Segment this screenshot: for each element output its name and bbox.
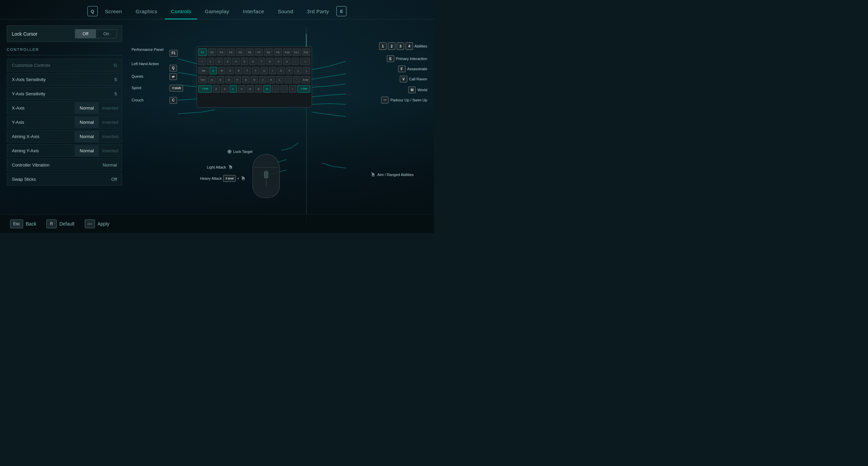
aiming-x-axis-row: Aiming X-Axis Normal Inverted [7, 130, 122, 143]
mouse-divider [254, 167, 278, 168]
c-badge: C [170, 97, 177, 104]
tab-sound[interactable]: Sound [272, 6, 299, 16]
lock-cursor-toggle[interactable]: Off On [75, 29, 117, 38]
light-attack-label: Light Attack 🖱 [207, 164, 233, 170]
controller-vibration-label: Controller Vibration [12, 162, 103, 168]
default-action[interactable]: R Default [46, 219, 74, 228]
mouse-scroll-icon: ⊕ [227, 148, 232, 155]
x-axis-inverted[interactable]: Inverted [98, 102, 122, 114]
main-content: Lock Cursor Off On CONTROLLER Customize … [0, 19, 434, 232]
default-label: Default [59, 221, 74, 227]
f-badge: F [398, 65, 406, 72]
y-axis-normal[interactable]: Normal [75, 117, 98, 128]
swap-sticks-row: Swap Sticks Off [7, 173, 122, 186]
y-axis-sensitivity-value: 5 [115, 91, 117, 96]
heavy-attack-label: Heavy Attack ⇧Shift + 🖱 [200, 175, 246, 182]
x-axis-options: Normal Inverted [75, 102, 122, 114]
aiming-y-normal[interactable]: Normal [75, 145, 98, 156]
aiming-x-normal[interactable]: Normal [75, 131, 98, 142]
lock-cursor-off[interactable]: Off [75, 30, 96, 38]
bottom-bar: Esc Back R Default — Apply [0, 214, 434, 233]
quests-label: Quests [132, 74, 143, 78]
lock-cursor-label: Lock Cursor [12, 31, 75, 37]
default-key: R [46, 219, 57, 228]
num-1-badge: 1 [379, 42, 387, 50]
mouse-visual [251, 154, 281, 201]
tab-screen[interactable]: Screen [99, 6, 129, 16]
aiming-y-axis-options: Normal Inverted [75, 145, 122, 156]
primary-interaction-label: E Primary Interaction [387, 55, 427, 62]
y-axis-inverted[interactable]: Inverted [98, 117, 122, 128]
abilities-text: Abilities [414, 44, 427, 48]
back-key: Esc [10, 219, 23, 228]
back-action[interactable]: Esc Back [10, 219, 36, 228]
keyboard-visual: F1 F2 F3 F4 F5 F6 F7 F8 F9 F10 F11 F12 [197, 46, 312, 108]
swap-sticks-label: Swap Sticks [12, 177, 111, 182]
sprint-label: Sprint [132, 86, 141, 90]
lock-target-label: ⊕ Lock Target [227, 148, 253, 155]
controller-divider [7, 55, 122, 55]
num-3-badge: 3 [397, 42, 404, 50]
tab-controls[interactable]: Controls [165, 6, 197, 16]
aim-ranged-label: 🖱 Aim / Ranged Abilities [370, 171, 414, 178]
aiming-y-inverted[interactable]: Inverted [98, 145, 122, 156]
customize-controls-label: Customize Controls [12, 63, 114, 68]
aiming-x-axis-label: Aiming X-Axis [7, 131, 75, 142]
lock-cursor-row: Lock Cursor Off On [7, 25, 122, 42]
copy-icon: ⧉ [114, 62, 117, 68]
lock-cursor-on[interactable]: On [96, 30, 117, 38]
back-label: Back [26, 221, 36, 227]
e-badge: E [387, 55, 394, 62]
call-raven-label: V Call Raven [400, 76, 427, 82]
f1-badge: F1 [170, 50, 178, 57]
apply-key: — [85, 219, 95, 228]
plus-sign: + [237, 176, 239, 180]
x-axis-label: X-Axis [7, 102, 75, 114]
mouse-scroll-wheel [264, 171, 268, 178]
aiming-y-axis-row: Aiming Y-Axis Normal Inverted [7, 144, 122, 157]
x-axis-sensitivity-row: X-Axis Sensitivity 5 [7, 73, 122, 86]
aiming-x-axis-options: Normal Inverted [75, 131, 122, 142]
v-badge: V [400, 76, 407, 82]
apply-label: Apply [98, 221, 110, 227]
performance-panel-label: Performance Panel [132, 47, 163, 52]
x-axis-sensitivity-value: 5 [115, 77, 117, 82]
crouch-label: Crouch [132, 98, 143, 102]
left-mouse-icon: 🖱 [228, 164, 233, 170]
y-axis-label: Y-Axis [7, 117, 75, 128]
y-axis-options: Normal Inverted [75, 117, 122, 128]
quests-badge: ⇄ [170, 73, 177, 80]
num-4-badge: 4 [406, 42, 413, 50]
nav-left-key[interactable]: Q [87, 6, 98, 16]
x-axis-row: X-Axis Normal Inverted [7, 101, 122, 114]
left-hand-action-label: Left Hand Action [132, 61, 159, 66]
y-axis-row: Y-Axis Normal Inverted [7, 116, 122, 129]
parkour-up-label: — Parkour Up / Swim Up [381, 97, 427, 103]
m-badge: M [408, 86, 416, 93]
left-mouse-icon-2: 🖱 [240, 175, 246, 181]
left-panel: Lock Cursor Off On CONTROLLER Customize … [0, 19, 129, 232]
assassinate-label: F Assassinate [398, 65, 427, 72]
dash-badge: — [381, 97, 389, 103]
mouse-body [253, 154, 280, 198]
tab-interface[interactable]: Interface [237, 6, 270, 16]
apply-action[interactable]: — Apply [85, 219, 110, 228]
tab-graphics[interactable]: Graphics [130, 6, 163, 16]
aiming-y-axis-label: Aiming Y-Axis [7, 145, 75, 156]
aiming-x-inverted[interactable]: Inverted [98, 131, 122, 142]
world-label: M World [408, 86, 427, 93]
tab-gameplay[interactable]: Gameplay [199, 6, 235, 16]
abilities-label-row: 1 2 3 4 Abilities [379, 42, 427, 50]
swap-sticks-value: Off [111, 177, 117, 182]
right-panel: F1 F2 F3 F4 F5 F6 F7 F8 F9 F10 F11 F12 [129, 19, 434, 232]
right-mouse-icon: 🖱 [370, 171, 376, 178]
nav-right-key[interactable]: E [336, 6, 347, 16]
x-axis-normal[interactable]: Normal [75, 102, 98, 114]
controller-vibration-value: Normal [103, 162, 117, 168]
controller-vibration-row: Controller Vibration Normal [7, 158, 122, 171]
y-axis-sensitivity-row: Y-Axis Sensitivity 5 [7, 87, 122, 100]
tab-3rdparty[interactable]: 3rd Party [301, 6, 335, 16]
shift-plus-badge: ⇧Shift [223, 175, 236, 182]
customize-controls-row[interactable]: Customize Controls ⧉ [7, 59, 122, 72]
controller-section-header: CONTROLLER [7, 47, 122, 52]
